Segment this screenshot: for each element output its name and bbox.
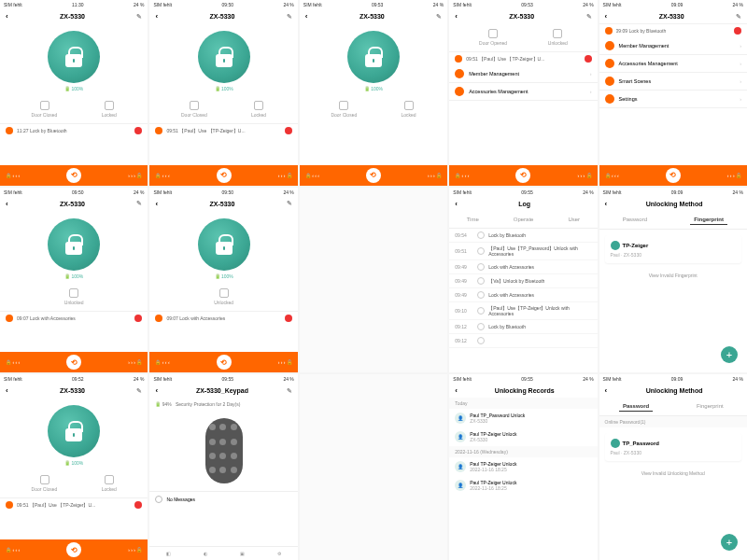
back-icon[interactable]: ‹ <box>455 200 458 208</box>
nav-icon[interactable]: ▣ <box>240 551 245 556</box>
back-icon[interactable]: ‹ <box>155 386 158 395</box>
slide-unlock-bar[interactable]: 🔒 ‹ ‹ ‹⟲› › › 🔓 <box>300 165 447 186</box>
menu-smart-scenes[interactable]: Smart Scenes› <box>599 73 747 91</box>
page-title: Unlocking Method <box>646 201 703 207</box>
lock-right-icon: › › › 🔓 <box>128 173 142 178</box>
view-invalid-link[interactable]: View Invalid Fingerprint <box>599 269 747 282</box>
members-icon <box>455 69 464 78</box>
nav-icon[interactable]: ◐ <box>204 551 207 556</box>
menu-settings[interactable]: Settings› <box>599 91 747 108</box>
event-row[interactable]: 09:51 【Paul】Use 【TP-Zeiger】U... <box>449 51 597 65</box>
slide-unlock-bar[interactable]: 🔒 ‹ ‹ ‹⟲› › › 🔓 <box>149 165 297 186</box>
slide-unlock-bar[interactable]: 🔒 ‹ ‹ ‹⟲› › › 🔓 <box>449 165 597 186</box>
tab-password[interactable]: Password <box>619 215 651 225</box>
tab-password[interactable]: Password <box>619 401 653 412</box>
record-item[interactable]: 👤Paul TP_Password UnlockZX-5330 <box>449 409 597 427</box>
event-row[interactable]: 09:51 【Paul】Use 【TP-Zeiger】U... <box>149 123 297 137</box>
nav-icon[interactable]: ⚙ <box>277 551 281 556</box>
messages-row[interactable]: No Messages <box>149 491 297 507</box>
password-card[interactable]: TP_PasswordPaul · ZX-5330 <box>605 433 741 461</box>
menu-member-management[interactable]: Member Management› <box>599 37 747 55</box>
keypad-visual <box>205 418 243 483</box>
back-icon[interactable]: ‹ <box>305 12 308 21</box>
alert-icon <box>134 127 142 134</box>
menu-member-management[interactable]: Member Management› <box>449 65 597 83</box>
phone-log: SIM fehlt09:5524 % ‹Log TimeOperateUser … <box>449 188 597 373</box>
event-row[interactable]: 09:09 Lock by Bluetooth <box>599 23 747 37</box>
back-icon[interactable]: ‹ <box>455 386 458 395</box>
edit-icon[interactable]: ✎ <box>736 13 741 21</box>
edit-icon[interactable]: ✎ <box>287 13 292 21</box>
lock-status-icon <box>105 101 114 110</box>
phone-unlocking-records: SIM fehlt09:5524 % ‹Unlocking Records To… <box>449 374 597 560</box>
add-button[interactable]: + <box>721 346 738 363</box>
back-icon[interactable]: ‹ <box>605 386 608 395</box>
log-entry[interactable]: 09:51【Paul】Use【TP_Password】Unlock with A… <box>449 243 597 260</box>
header: ‹ZX-5330✎ <box>0 9 148 23</box>
fingerprint-card[interactable]: TP-ZeigerPaul · ZX-5330 <box>605 235 741 263</box>
back-icon[interactable]: ‹ <box>6 12 8 21</box>
tab-fingerprint[interactable]: Fingerprint <box>693 401 727 412</box>
phone-blank <box>300 374 447 560</box>
edit-icon[interactable]: ✎ <box>136 387 142 395</box>
record-item[interactable]: 👤Paul TP-Zeiger UnlockZX-5330 <box>449 427 597 446</box>
edit-icon[interactable]: ✎ <box>136 13 142 21</box>
log-entry[interactable]: 09:49Lock with Accessories <box>449 288 597 302</box>
page-title: Unlocking Records <box>495 387 555 394</box>
phone-menu-full: SIM fehlt09:0924 % ‹ZX-5330✎ 09:09 Lock … <box>599 0 747 186</box>
phone-keypad: SIM fehlt09:5524 % ‹ZX-5330_Keypad✎ 🔋 94… <box>149 374 297 560</box>
log-icon <box>477 231 485 239</box>
back-icon[interactable]: ‹ <box>155 12 158 21</box>
edit-icon[interactable]: ✎ <box>287 387 292 395</box>
edit-icon[interactable]: ✎ <box>136 200 142 207</box>
log-entry[interactable]: 09:10【Paul】Use【TP-Zeiger】Unlock with Acc… <box>449 302 597 320</box>
log-entry[interactable]: 09:49Lock with Accessories <box>449 260 597 274</box>
record-item[interactable]: 👤Paul TP-Zeiger Unlock2022-11-16 18:25 <box>449 457 597 476</box>
event-row[interactable]: 09:51 【Paul】Use 【TP-Zeiger】U... <box>0 497 148 511</box>
slide-unlock-bar[interactable]: 🔒 ‹ ‹ ‹⟲› › › 🔓 <box>0 352 148 372</box>
back-icon[interactable]: ‹ <box>605 200 608 208</box>
tab-time[interactable]: Time <box>463 215 483 224</box>
event-row[interactable]: 09:07 Lock with Accessories <box>0 311 148 325</box>
phone-blank <box>300 188 447 373</box>
edit-icon[interactable]: ✎ <box>436 13 442 21</box>
add-button[interactable]: + <box>721 534 738 551</box>
lock-left-icon: 🔒 ‹ ‹ ‹ <box>6 173 20 178</box>
back-icon[interactable]: ‹ <box>455 12 458 21</box>
menu-accessories-management[interactable]: Accessories Management› <box>449 83 597 101</box>
phone-lock-screen: SIM fehlt09:5324 % ‹ZX-5330✎ 🔋 100% Door… <box>300 0 447 186</box>
slide-unlock-bar[interactable]: 🔒 ‹ ‹ ‹⟲› › › 🔓 <box>0 165 148 186</box>
accessories-icon <box>605 59 614 68</box>
tab-operate[interactable]: Operate <box>510 215 538 224</box>
edit-icon[interactable]: ✎ <box>287 200 292 207</box>
slider-knob[interactable]: ⟲ <box>66 168 81 183</box>
phone-lock-screen: SIM fehlt11:3024 % ‹ZX-5330✎ 🔋 100% Door… <box>0 0 148 186</box>
back-icon[interactable]: ‹ <box>6 200 8 208</box>
view-invalid-link[interactable]: View Invalid Unlocking Method <box>599 467 747 480</box>
tab-user[interactable]: User <box>564 215 584 224</box>
door-status: Door ClosedLocked <box>0 95 148 123</box>
back-icon[interactable]: ‹ <box>6 386 8 395</box>
log-entry[interactable]: 09:49【Va】Unlock by Bluetooth <box>449 274 597 288</box>
phone-unlocking-method-password: SIM fehlt09:0924 % ‹Unlocking Method Pas… <box>599 374 747 560</box>
event-row[interactable]: 11:27 Lock by Bluetooth <box>0 123 148 137</box>
slide-unlock-bar[interactable]: 🔒 ‹ ‹ ‹⟲› › › 🔓 <box>599 165 747 186</box>
nav-icon[interactable]: ◧ <box>166 551 171 556</box>
door-icon <box>40 101 49 110</box>
slide-unlock-bar[interactable]: 🔒 ‹ ‹ ‹⟲› › › 🔓 <box>0 539 148 560</box>
record-item[interactable]: 👤Paul TP-Zeiger Unlock2022-11-16 18:25 <box>449 476 597 495</box>
edit-icon[interactable]: ✎ <box>586 13 592 21</box>
tab-fingerprint[interactable]: Fingerprint <box>690 215 727 225</box>
log-entry[interactable]: 09:54Lock by Bluetooth <box>449 229 597 243</box>
section-online-password: Online Password(1) <box>599 416 747 427</box>
log-entry[interactable]: 09:12 <box>449 334 597 348</box>
battery-level: 🔋 100% <box>64 86 83 91</box>
event-row[interactable]: 09:07 Lock with Accessories <box>149 311 297 325</box>
slide-unlock-bar[interactable]: 🔒 ‹ ‹ ‹⟲› › › 🔓 <box>149 352 297 372</box>
phone-lock-screen: SIM fehlt09:5024 % ‹ZX-5330✎ 🔋 100% Door… <box>149 0 297 186</box>
log-entry[interactable]: 09:12Lock by Bluetooth <box>449 320 597 334</box>
back-icon[interactable]: ‹ <box>605 12 608 21</box>
back-icon[interactable]: ‹ <box>155 200 158 208</box>
section-today: Today <box>449 398 597 409</box>
menu-accessories-management[interactable]: Accessories Management› <box>599 55 747 73</box>
